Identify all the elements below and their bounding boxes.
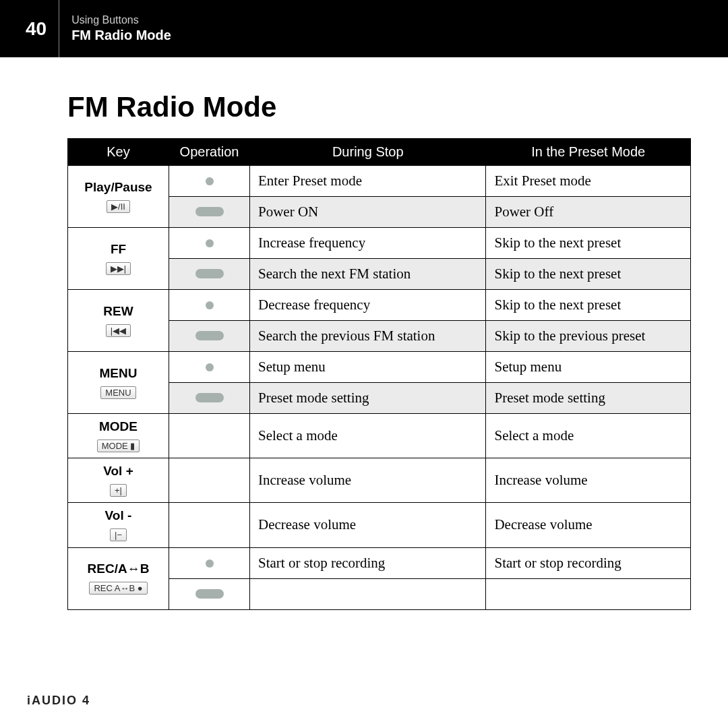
op-cell: [169, 197, 250, 228]
col-preset-mode: In the Preset Mode: [486, 139, 691, 166]
preset-mode-cell: [486, 578, 691, 609]
during-stop-cell: Power ON: [250, 197, 486, 228]
short-press-icon: [206, 177, 214, 185]
during-stop-cell: Decrease frequency: [250, 290, 486, 321]
preset-mode-cell: Skip to the next preset: [486, 290, 691, 321]
short-press-icon: [206, 301, 214, 309]
button-function-table: Key Operation During Stop In the Preset …: [67, 138, 691, 610]
col-during-stop: During Stop: [250, 139, 486, 166]
during-stop-cell: Search the previous FM station: [250, 321, 486, 352]
preset-mode-cell: Increase volume: [486, 458, 691, 503]
key-cell: Play/Pause ▶/II: [68, 166, 169, 228]
key-icon: |◀◀: [106, 324, 131, 337]
section-title: FM Radio Mode: [67, 91, 691, 123]
op-cell: [169, 383, 250, 414]
key-cell: Vol + +|: [68, 458, 169, 503]
during-stop-cell: Enter Preset mode: [250, 166, 486, 197]
key-icon: ▶▶|: [106, 262, 131, 275]
preset-mode-cell: Setup menu: [486, 352, 691, 383]
long-press-icon: [195, 207, 224, 216]
preset-mode-cell: Skip to the previous preset: [486, 321, 691, 352]
during-stop-cell: Setup menu: [250, 352, 486, 383]
key-cell: REW |◀◀: [68, 290, 169, 352]
op-cell: [169, 352, 250, 383]
during-stop-cell: Decrease volume: [250, 503, 486, 547]
key-icon: MENU: [100, 386, 135, 399]
op-cell: [169, 414, 250, 458]
short-press-icon: [206, 239, 214, 247]
long-press-icon: [195, 331, 224, 340]
key-cell: Vol - |−: [68, 503, 169, 547]
page-number: 40: [26, 0, 59, 57]
col-operation: Operation: [169, 139, 250, 166]
key-cell: REC/A↔B REC A↔B ●: [68, 547, 169, 609]
long-press-icon: [195, 393, 224, 402]
key-icon: REC A↔B ●: [89, 582, 147, 595]
op-cell: [169, 503, 250, 547]
preset-mode-cell: Exit Preset mode: [486, 166, 691, 197]
key-icon: MODE ▮: [97, 439, 140, 452]
page-header: 40 Using Buttons FM Radio Mode: [0, 0, 728, 57]
key-icon: ▶/II: [107, 200, 130, 213]
during-stop-cell: Increase frequency: [250, 228, 486, 259]
short-press-icon: [206, 363, 214, 371]
op-cell: [169, 321, 250, 352]
footer-product: iAUDIO 4: [27, 694, 90, 708]
during-stop-cell: Select a mode: [250, 414, 486, 458]
preset-mode-cell: Skip to the next preset: [486, 259, 691, 290]
key-icon: +|: [110, 484, 127, 497]
key-icon: |−: [110, 528, 127, 541]
preset-mode-cell: Decrease volume: [486, 503, 691, 547]
preset-mode-cell: Preset mode setting: [486, 383, 691, 414]
during-stop-cell: Search the next FM station: [250, 259, 486, 290]
breadcrumb-title: FM Radio Mode: [71, 28, 171, 43]
op-cell: [169, 547, 250, 578]
key-cell: MENU MENU: [68, 352, 169, 414]
preset-mode-cell: Start or stop recording: [486, 547, 691, 578]
preset-mode-cell: Power Off: [486, 197, 691, 228]
col-key: Key: [68, 139, 169, 166]
op-cell: [169, 166, 250, 197]
op-cell: [169, 259, 250, 290]
key-cell: MODE MODE ▮: [68, 414, 169, 458]
during-stop-cell: [250, 578, 486, 609]
during-stop-cell: Start or stop recording: [250, 547, 486, 578]
op-cell: [169, 290, 250, 321]
op-cell: [169, 578, 250, 609]
during-stop-cell: Increase volume: [250, 458, 486, 503]
during-stop-cell: Preset mode setting: [250, 383, 486, 414]
preset-mode-cell: Skip to the next preset: [486, 228, 691, 259]
preset-mode-cell: Select a mode: [486, 414, 691, 458]
breadcrumb-subtitle: Using Buttons: [71, 14, 171, 26]
op-cell: [169, 228, 250, 259]
long-press-icon: [195, 269, 224, 278]
long-press-icon: [195, 589, 224, 599]
op-cell: [169, 458, 250, 503]
short-press-icon: [206, 559, 214, 568]
key-cell: FF ▶▶|: [68, 228, 169, 290]
